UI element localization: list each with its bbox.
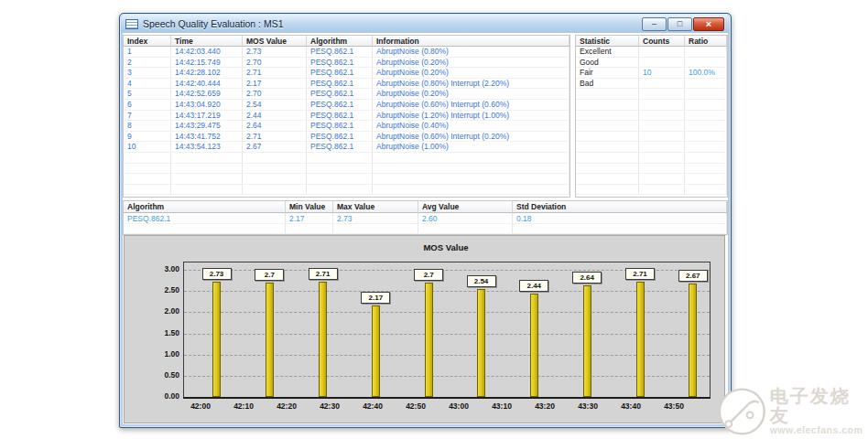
table-row-empty [124, 185, 570, 196]
window-title: Speech Quality Evaluation : MS1 [143, 18, 284, 29]
mos-bar-value-label: 2.7 [414, 269, 443, 281]
mos-bar-value-label: 2.71 [309, 268, 338, 280]
cell-algorithm: PESQ.862.1 [307, 142, 373, 153]
app-icon [125, 19, 138, 29]
mos-bar-value-label: 2.67 [678, 270, 708, 282]
watermark-cn-text: 电子发烧友 [770, 387, 868, 425]
cell-time: 14:43:29.475 [171, 121, 243, 132]
cell-statistic: Good [576, 58, 639, 69]
table-row[interactable]: 514:42:52.6592.70PESQ.862.1AbruptNoise (… [124, 89, 570, 100]
column-header[interactable]: Algorithm [307, 36, 373, 47]
stat-row-empty [576, 111, 727, 122]
chart-gridline [184, 291, 710, 292]
mos-bar [530, 294, 538, 397]
chart-gridline [184, 355, 710, 356]
cell-statistic: Excellent [576, 47, 639, 58]
cell-time: 14:43:41.752 [171, 132, 243, 143]
column-header[interactable]: Statistic [576, 36, 639, 47]
cell-index: 6 [124, 100, 171, 111]
minimize-button[interactable]: – [642, 17, 667, 31]
summary-row: PESQ.862.12.172.732.600.18 [124, 213, 727, 224]
minimize-icon: – [652, 20, 656, 28]
column-header[interactable]: Max Value [333, 201, 418, 213]
table-row[interactable]: 814:43:29.4752.64PESQ.862.1AbruptNoise (… [124, 121, 570, 132]
cell-time: 14:42:40.444 [171, 79, 243, 90]
table-row[interactable]: 914:43:41.7522.71PESQ.862.1AbruptNoise (… [124, 132, 570, 143]
maximize-button[interactable]: □ [667, 17, 692, 31]
cell-time: 14:43:04.920 [171, 100, 243, 111]
cell-mos: 2.17 [243, 79, 307, 90]
x-axis-tick-label: 42:50 [396, 402, 436, 411]
statistics-table-body: ExcellentGoodFair10100.0%Bad [576, 47, 727, 195]
window-content: IndexTimeMOS ValueAlgorithmInformation 1… [123, 33, 728, 424]
cell-std: 0.18 [513, 213, 727, 224]
cell-min: 2.17 [286, 213, 333, 224]
column-header[interactable]: Std Deviation [513, 201, 727, 213]
column-header[interactable]: Ratio [685, 36, 727, 47]
chart-plot-area: 2.732.72.712.172.72.542.442.642.712.67 [183, 262, 711, 399]
cell-mos: 2.67 [243, 142, 307, 153]
column-header[interactable]: Index [124, 36, 171, 47]
column-header[interactable]: Information [373, 36, 570, 47]
y-axis-tick-label: 1.00 [139, 349, 179, 359]
chart-title: MOS Value [183, 242, 709, 252]
column-header[interactable]: Time [171, 36, 243, 47]
summary-table-header: AlgorithmMin ValueMax ValueAvg ValueStd … [124, 201, 727, 213]
mos-bar-value-label: 2.71 [625, 268, 655, 280]
column-header[interactable]: Avg Value [418, 201, 513, 213]
table-row[interactable]: 614:43:04.9202.54PESQ.862.1AbruptNoise (… [124, 100, 570, 111]
column-header[interactable]: Counts [639, 36, 685, 47]
table-row[interactable]: 214:42:15.7492.70PESQ.862.1AbruptNoise (… [124, 58, 570, 69]
x-axis-tick-label: 43:40 [611, 402, 651, 411]
cell-counts [639, 47, 685, 58]
summary-table-body: PESQ.862.12.172.732.600.18 [124, 213, 727, 234]
mos-bar [212, 282, 221, 398]
cell-ratio [685, 79, 727, 90]
cell-information: AbruptNoise (0.40%) [373, 121, 570, 132]
cell-statistic: Bad [576, 79, 639, 90]
cell-index: 4 [124, 79, 171, 90]
cell-algorithm: PESQ.862.1 [307, 111, 373, 122]
cell-information: AbruptNoise (0.80%) Interrupt (2.20%) [373, 79, 570, 90]
column-header[interactable]: Algorithm [124, 201, 286, 213]
mos-bar [319, 282, 327, 397]
cell-algorithm: PESQ.862.1 [307, 132, 373, 143]
cell-ratio [685, 58, 727, 69]
y-axis-tick-label: 0.50 [139, 370, 179, 380]
cell-information: AbruptNoise (1.00%) [373, 142, 570, 153]
results-table-body: 114:42:03.4402.73PESQ.862.1AbruptNoise (… [124, 47, 570, 195]
column-header[interactable]: MOS Value [243, 36, 307, 47]
x-axis-tick-label: 42:40 [353, 402, 393, 411]
watermark: 电子发烧友 www.elecfans.com [718, 384, 868, 439]
y-axis-tick-label: 3.00 [139, 264, 179, 273]
statistics-table-header: StatisticCountsRatio [576, 36, 727, 47]
watermark-text: 电子发烧友 www.elecfans.com [770, 387, 868, 435]
table-row[interactable]: 414:42:40.4442.17PESQ.862.1AbruptNoise (… [124, 79, 570, 90]
cell-time: 14:42:52.659 [171, 89, 243, 100]
cell-ratio [685, 47, 727, 58]
table-row[interactable]: 314:42:28.1022.71PESQ.862.1AbruptNoise (… [124, 68, 570, 79]
cell-index: 8 [124, 121, 171, 132]
cell-mos: 2.71 [243, 68, 307, 79]
table-row[interactable]: 1014:43:54.1232.67PESQ.862.1AbruptNoise … [124, 142, 570, 153]
column-header[interactable]: Min Value [286, 201, 333, 213]
stat-row-empty [576, 153, 727, 164]
mos-bar-value-label: 2.44 [519, 280, 548, 292]
mos-bar-value-label: 2.17 [361, 292, 390, 304]
cell-algorithm: PESQ.862.1 [307, 89, 373, 100]
mos-bar-value-label: 2.73 [202, 268, 232, 280]
cell-algorithm: PESQ.862.1 [307, 68, 373, 79]
table-row[interactable]: 114:42:03.4402.73PESQ.862.1AbruptNoise (… [124, 47, 570, 58]
table-row[interactable]: 714:43:17.2192.44PESQ.862.1AbruptNoise (… [124, 111, 570, 122]
y-axis-tick-label: 0.00 [139, 391, 179, 401]
window-titlebar[interactable]: Speech Quality Evaluation : MS1 – □ × [121, 15, 730, 33]
close-button[interactable]: × [693, 17, 724, 31]
table-row-empty [124, 153, 570, 164]
cell-mos: 2.64 [243, 121, 307, 132]
x-axis-tick-label: 43:50 [654, 402, 694, 411]
cell-time: 14:42:15.749 [171, 58, 243, 69]
summary-table: AlgorithmMin ValueMax ValueAvg ValueStd … [123, 200, 728, 235]
summary-row-empty [124, 224, 727, 234]
chart-gridline [184, 334, 710, 335]
cell-mos: 2.73 [243, 47, 307, 58]
